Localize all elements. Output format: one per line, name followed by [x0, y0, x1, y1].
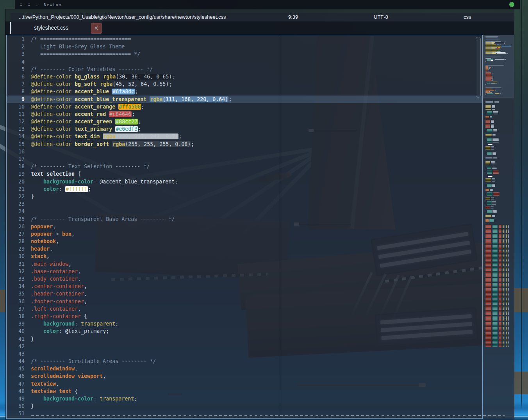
tab-close-button[interactable]: ✕ — [91, 23, 102, 34]
code-line: 28notebook, — [7, 238, 482, 245]
tab-label: stylesheet.css — [34, 25, 68, 31]
screen: ∷ ∷ ‥ Newton ...tive/Python_Projects/000… — [0, 0, 528, 420]
code-line: 40 color: @text_primary; — [7, 327, 482, 335]
window-title-bar[interactable]: ∷ ∷ ‥ Newton — [15, 0, 520, 9]
wallpaper-structure-band — [514, 288, 528, 312]
code-line: 34.center-container, — [7, 283, 482, 290]
code-line: 2 Light Blue-Grey Glass Theme — [7, 43, 482, 50]
code-line: 27popover > box, — [7, 230, 482, 238]
code-line: 10@define-color accent_orange #ffa500; — [7, 103, 482, 110]
code-line: 12@define-color accent_green #88cc27; — [7, 118, 482, 125]
code-line: 42 — [7, 343, 482, 350]
code-line: 4 — [7, 58, 482, 66]
code-line: 49 background-color: transparent; — [7, 395, 482, 402]
code-line: 45scrolledwindow, — [7, 365, 482, 372]
status-bar: ...tive/Python_Projects/000_Usable/gtk/N… — [11, 13, 514, 21]
minimap-panel[interactable] — [483, 35, 514, 419]
workspace-dots-icon: ∷ ∷ ‥ — [20, 2, 40, 7]
code-line: 51 — [7, 410, 482, 417]
code-line: 33.body-container, — [7, 275, 482, 283]
code-line: 5/* -------- Color Variables -------- */ — [7, 66, 482, 73]
code-line: 18/* -------- Text Selection -------- */ — [7, 163, 482, 170]
code-line: 50} — [7, 402, 482, 410]
code-line: 30stack, — [7, 253, 482, 260]
cursor-position: 9:39 — [288, 14, 298, 20]
code-line: 3 ============================= */ — [7, 50, 482, 58]
editor-window: ...tive/Python_Projects/000_Usable/gtk/N… — [5, 9, 514, 420]
code-line: 37.left-container, — [7, 305, 482, 313]
code-line: 36.footer-container, — [7, 298, 482, 305]
code-line: 14@define-color text_dim rgba(230, 237, … — [7, 133, 482, 140]
code-line: 17 — [7, 155, 482, 163]
wallpaper-structure-band — [514, 372, 528, 394]
encoding-indicator: UTF-8 — [374, 14, 388, 20]
code-line: 23 — [7, 200, 482, 208]
tab-stylesheet-css[interactable]: stylesheet.css ✕ — [11, 21, 102, 35]
code-line: 25/* -------- Transparent Base Areas ---… — [7, 215, 482, 223]
code-line: 26popover, — [7, 223, 482, 230]
code-line: 47textview, — [7, 380, 482, 388]
code-line: 46scrolledwindow viewport, — [7, 372, 482, 380]
code-line: 39 background: transparent; — [7, 320, 482, 327]
code-line: 35.header-container, — [7, 290, 482, 297]
code-line: 31.main-window, — [7, 260, 482, 268]
clipped-line-52-dashes — [31, 415, 505, 416]
wallpaper-structure-band — [0, 290, 5, 312]
code-line: 1/* ============================= — [7, 36, 482, 43]
code-line: 15@define-color border_soft rgba(255, 25… — [7, 141, 482, 148]
code-line: 38.right-container { — [7, 313, 482, 320]
code-line: 52 — [7, 418, 482, 419]
status-dot-icon — [509, 2, 514, 7]
code-line: 22} — [7, 193, 482, 200]
wallpaper-cable — [521, 0, 522, 420]
code-line: 43 — [7, 350, 482, 358]
code-line: 24 — [7, 208, 482, 215]
code-line: 13@define-color text_primary #e6edf3; — [7, 125, 482, 133]
code-line: 7@define-color bg_soft rgba(45, 52, 64, … — [7, 80, 482, 88]
language-indicator: css — [464, 14, 471, 20]
minimap — [484, 35, 513, 418]
tab-bar: stylesheet.css ✕ — [5, 21, 514, 35]
window-title: Newton — [44, 2, 62, 7]
code-line: 20 background-color: @accent_blue_transp… — [7, 178, 482, 185]
code-line: 21 color: #ffffff; — [7, 185, 482, 193]
code-line: 6@define-color bg_glass rgba(30, 36, 46,… — [7, 73, 482, 80]
code-line: 8@define-color accent_blue #6fa8dc; — [7, 88, 482, 95]
code-line: 44/* -------- Scrollable Areas -------- … — [7, 358, 482, 365]
scrollbar-thumb[interactable] — [476, 37, 481, 98]
code-line: 48textview text { — [7, 388, 482, 395]
code-line: 11@define-color accent_red #c84646; — [7, 110, 482, 118]
code-line: 16 — [7, 148, 482, 155]
file-path: ...tive/Python_Projects/000_Usable/gtk/N… — [19, 14, 226, 20]
code-area: 1/* =============================2 Light… — [7, 36, 482, 419]
code-editor[interactable]: 1/* =============================2 Light… — [6, 35, 483, 419]
code-line: 41} — [7, 335, 482, 343]
code-line: 19text selection { — [7, 170, 482, 178]
code-line: 29header, — [7, 245, 482, 253]
code-line: 9@define-color accent_blue_transparent r… — [7, 96, 482, 103]
code-line: 32.base-container, — [7, 268, 482, 275]
